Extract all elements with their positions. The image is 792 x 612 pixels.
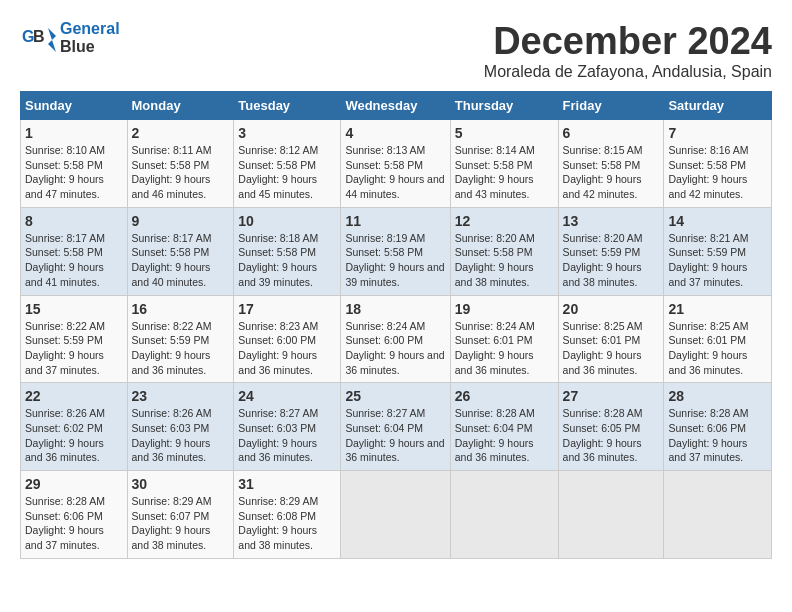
- day-number: 25: [345, 388, 445, 404]
- empty-cell: [341, 471, 450, 559]
- day-detail: Sunrise: 8:22 AMSunset: 5:59 PMDaylight:…: [132, 320, 212, 376]
- day-number: 27: [563, 388, 660, 404]
- day-number: 15: [25, 301, 123, 317]
- col-tuesday: Tuesday: [234, 92, 341, 120]
- day-cell: 25Sunrise: 8:27 AMSunset: 6:04 PMDayligh…: [341, 383, 450, 471]
- day-cell: 10Sunrise: 8:18 AMSunset: 5:58 PMDayligh…: [234, 207, 341, 295]
- day-cell: 12Sunrise: 8:20 AMSunset: 5:58 PMDayligh…: [450, 207, 558, 295]
- day-number: 24: [238, 388, 336, 404]
- day-detail: Sunrise: 8:14 AMSunset: 5:58 PMDaylight:…: [455, 144, 535, 200]
- day-number: 2: [132, 125, 230, 141]
- day-detail: Sunrise: 8:20 AMSunset: 5:58 PMDaylight:…: [455, 232, 535, 288]
- calendar-table: Sunday Monday Tuesday Wednesday Thursday…: [20, 91, 772, 559]
- location-title: Moraleda de Zafayona, Andalusia, Spain: [484, 63, 772, 81]
- day-number: 23: [132, 388, 230, 404]
- day-number: 10: [238, 213, 336, 229]
- day-cell: 8Sunrise: 8:17 AMSunset: 5:58 PMDaylight…: [21, 207, 128, 295]
- day-cell: 29Sunrise: 8:28 AMSunset: 6:06 PMDayligh…: [21, 471, 128, 559]
- day-cell: 21Sunrise: 8:25 AMSunset: 6:01 PMDayligh…: [664, 295, 772, 383]
- header-row: Sunday Monday Tuesday Wednesday Thursday…: [21, 92, 772, 120]
- day-cell: 7Sunrise: 8:16 AMSunset: 5:58 PMDaylight…: [664, 120, 772, 208]
- col-monday: Monday: [127, 92, 234, 120]
- day-cell: 11Sunrise: 8:19 AMSunset: 5:58 PMDayligh…: [341, 207, 450, 295]
- table-row: 8Sunrise: 8:17 AMSunset: 5:58 PMDaylight…: [21, 207, 772, 295]
- day-number: 30: [132, 476, 230, 492]
- day-cell: 24Sunrise: 8:27 AMSunset: 6:03 PMDayligh…: [234, 383, 341, 471]
- logo-general: General: [60, 20, 120, 38]
- day-number: 22: [25, 388, 123, 404]
- day-number: 7: [668, 125, 767, 141]
- day-cell: 23Sunrise: 8:26 AMSunset: 6:03 PMDayligh…: [127, 383, 234, 471]
- day-number: 8: [25, 213, 123, 229]
- day-number: 6: [563, 125, 660, 141]
- table-row: 15Sunrise: 8:22 AMSunset: 5:59 PMDayligh…: [21, 295, 772, 383]
- logo: G B General Blue: [20, 20, 120, 56]
- day-cell: 4Sunrise: 8:13 AMSunset: 5:58 PMDaylight…: [341, 120, 450, 208]
- day-detail: Sunrise: 8:28 AMSunset: 6:06 PMDaylight:…: [25, 495, 105, 551]
- day-detail: Sunrise: 8:26 AMSunset: 6:03 PMDaylight:…: [132, 407, 212, 463]
- table-row: 1Sunrise: 8:10 AMSunset: 5:58 PMDaylight…: [21, 120, 772, 208]
- day-number: 21: [668, 301, 767, 317]
- day-number: 9: [132, 213, 230, 229]
- empty-cell: [450, 471, 558, 559]
- day-detail: Sunrise: 8:15 AMSunset: 5:58 PMDaylight:…: [563, 144, 643, 200]
- day-number: 12: [455, 213, 554, 229]
- day-cell: 31Sunrise: 8:29 AMSunset: 6:08 PMDayligh…: [234, 471, 341, 559]
- col-saturday: Saturday: [664, 92, 772, 120]
- day-detail: Sunrise: 8:23 AMSunset: 6:00 PMDaylight:…: [238, 320, 318, 376]
- day-detail: Sunrise: 8:28 AMSunset: 6:05 PMDaylight:…: [563, 407, 643, 463]
- day-number: 17: [238, 301, 336, 317]
- day-detail: Sunrise: 8:29 AMSunset: 6:07 PMDaylight:…: [132, 495, 212, 551]
- day-detail: Sunrise: 8:12 AMSunset: 5:58 PMDaylight:…: [238, 144, 318, 200]
- day-detail: Sunrise: 8:11 AMSunset: 5:58 PMDaylight:…: [132, 144, 212, 200]
- day-number: 11: [345, 213, 445, 229]
- col-thursday: Thursday: [450, 92, 558, 120]
- day-cell: 14Sunrise: 8:21 AMSunset: 5:59 PMDayligh…: [664, 207, 772, 295]
- day-cell: 5Sunrise: 8:14 AMSunset: 5:58 PMDaylight…: [450, 120, 558, 208]
- day-cell: 16Sunrise: 8:22 AMSunset: 5:59 PMDayligh…: [127, 295, 234, 383]
- day-number: 13: [563, 213, 660, 229]
- day-cell: 27Sunrise: 8:28 AMSunset: 6:05 PMDayligh…: [558, 383, 664, 471]
- day-detail: Sunrise: 8:24 AMSunset: 6:01 PMDaylight:…: [455, 320, 535, 376]
- col-friday: Friday: [558, 92, 664, 120]
- day-number: 29: [25, 476, 123, 492]
- day-cell: 6Sunrise: 8:15 AMSunset: 5:58 PMDaylight…: [558, 120, 664, 208]
- day-cell: 28Sunrise: 8:28 AMSunset: 6:06 PMDayligh…: [664, 383, 772, 471]
- day-number: 26: [455, 388, 554, 404]
- day-detail: Sunrise: 8:29 AMSunset: 6:08 PMDaylight:…: [238, 495, 318, 551]
- svg-marker-2: [48, 28, 56, 52]
- day-detail: Sunrise: 8:24 AMSunset: 6:00 PMDaylight:…: [345, 320, 444, 376]
- day-cell: 26Sunrise: 8:28 AMSunset: 6:04 PMDayligh…: [450, 383, 558, 471]
- day-detail: Sunrise: 8:27 AMSunset: 6:04 PMDaylight:…: [345, 407, 444, 463]
- day-number: 20: [563, 301, 660, 317]
- day-number: 31: [238, 476, 336, 492]
- page-header: G B General Blue December 2024 Moraleda …: [20, 20, 772, 81]
- day-number: 18: [345, 301, 445, 317]
- day-detail: Sunrise: 8:25 AMSunset: 6:01 PMDaylight:…: [668, 320, 748, 376]
- day-detail: Sunrise: 8:25 AMSunset: 6:01 PMDaylight:…: [563, 320, 643, 376]
- day-detail: Sunrise: 8:19 AMSunset: 5:58 PMDaylight:…: [345, 232, 444, 288]
- day-cell: 30Sunrise: 8:29 AMSunset: 6:07 PMDayligh…: [127, 471, 234, 559]
- day-number: 28: [668, 388, 767, 404]
- day-detail: Sunrise: 8:10 AMSunset: 5:58 PMDaylight:…: [25, 144, 105, 200]
- day-cell: 3Sunrise: 8:12 AMSunset: 5:58 PMDaylight…: [234, 120, 341, 208]
- svg-text:B: B: [33, 28, 45, 45]
- day-detail: Sunrise: 8:28 AMSunset: 6:04 PMDaylight:…: [455, 407, 535, 463]
- day-number: 3: [238, 125, 336, 141]
- day-detail: Sunrise: 8:18 AMSunset: 5:58 PMDaylight:…: [238, 232, 318, 288]
- day-detail: Sunrise: 8:17 AMSunset: 5:58 PMDaylight:…: [25, 232, 105, 288]
- day-detail: Sunrise: 8:26 AMSunset: 6:02 PMDaylight:…: [25, 407, 105, 463]
- day-cell: 22Sunrise: 8:26 AMSunset: 6:02 PMDayligh…: [21, 383, 128, 471]
- day-cell: 13Sunrise: 8:20 AMSunset: 5:59 PMDayligh…: [558, 207, 664, 295]
- logo-blue: Blue: [60, 38, 120, 56]
- day-cell: 20Sunrise: 8:25 AMSunset: 6:01 PMDayligh…: [558, 295, 664, 383]
- day-cell: 19Sunrise: 8:24 AMSunset: 6:01 PMDayligh…: [450, 295, 558, 383]
- title-block: December 2024 Moraleda de Zafayona, Anda…: [484, 20, 772, 81]
- day-detail: Sunrise: 8:22 AMSunset: 5:59 PMDaylight:…: [25, 320, 105, 376]
- col-wednesday: Wednesday: [341, 92, 450, 120]
- day-detail: Sunrise: 8:17 AMSunset: 5:58 PMDaylight:…: [132, 232, 212, 288]
- day-detail: Sunrise: 8:21 AMSunset: 5:59 PMDaylight:…: [668, 232, 748, 288]
- day-number: 14: [668, 213, 767, 229]
- day-number: 1: [25, 125, 123, 141]
- table-row: 22Sunrise: 8:26 AMSunset: 6:02 PMDayligh…: [21, 383, 772, 471]
